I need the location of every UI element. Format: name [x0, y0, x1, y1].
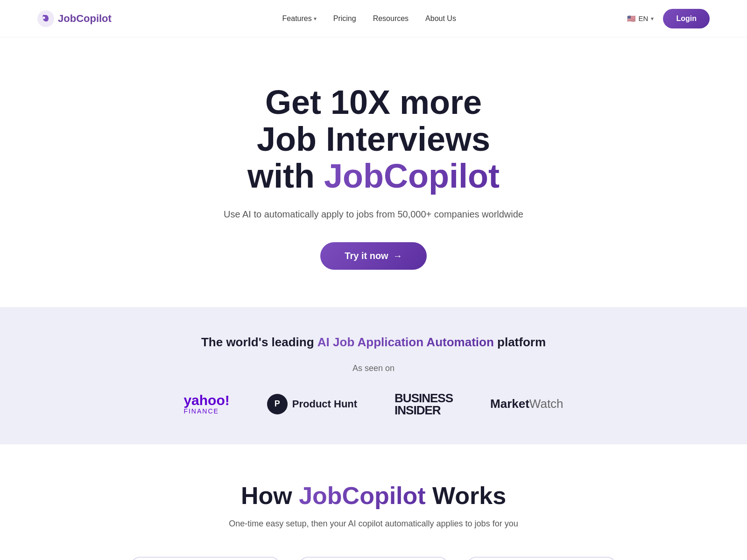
step-card-1: 1 — [131, 557, 280, 560]
world-leading-text: The world's leading AI Job Application A… — [37, 335, 710, 350]
try-it-now-button[interactable]: Try it now → — [320, 242, 426, 270]
language-selector[interactable]: 🇺🇸 EN ▾ — [627, 14, 654, 23]
logo-icon — [37, 10, 54, 27]
market-text: Market — [490, 397, 529, 411]
language-label: EN — [639, 14, 648, 22]
nav-item-pricing[interactable]: Pricing — [333, 14, 356, 23]
hero-headline: Get 10X more Job Interviews with JobCopi… — [37, 84, 710, 195]
nav-label-pricing: Pricing — [333, 14, 356, 23]
ph-letter: P — [275, 399, 280, 409]
nav-item-about[interactable]: About Us — [425, 14, 456, 23]
hero-brand-job: Job — [324, 157, 384, 195]
world-leading-suffix: platform — [494, 335, 546, 349]
lang-chevron-icon: ▾ — [651, 15, 654, 22]
business-text: BUSINESS — [395, 392, 453, 404]
how-works-section: How JobCopilot Works One-time easy setup… — [0, 444, 747, 560]
how-works-prefix: How — [241, 482, 299, 509]
yahoo-text: yahoo! — [183, 393, 229, 407]
nav-links: Features ▾ Pricing Resources About Us — [282, 14, 456, 23]
watch-text: Watch — [529, 397, 564, 411]
hero-section: Get 10X more Job Interviews with JobCopi… — [0, 37, 747, 307]
finance-text: finance — [183, 407, 218, 415]
how-works-brand-copilot: Copilot — [342, 482, 426, 509]
market-watch-logo: MarketWatch — [490, 397, 564, 411]
insider-text: INSIDER — [395, 404, 440, 416]
hero-subtitle: Use AI to automatically apply to jobs fr… — [37, 209, 710, 220]
step-card-3: 3 — [467, 557, 616, 560]
arrow-icon: → — [393, 251, 402, 261]
product-hunt-logo: P Product Hunt — [267, 394, 357, 414]
product-hunt-text: Product Hunt — [292, 398, 357, 410]
steps-container: 1 2 3 — [37, 557, 710, 560]
nav-link-resources[interactable]: Resources — [373, 14, 409, 23]
how-works-suffix: Works — [426, 482, 506, 509]
hero-headline-line1: Get 10X more — [265, 84, 482, 121]
cta-label: Try it now — [345, 251, 388, 261]
ph-circle-icon: P — [267, 394, 288, 414]
hero-headline-line3-prefix: with — [247, 157, 324, 195]
as-seen-section: The world's leading AI Job Application A… — [0, 307, 747, 444]
how-works-heading: How JobCopilot Works — [37, 482, 710, 510]
svg-point-1 — [43, 16, 45, 19]
logo[interactable]: JobCopilot — [37, 10, 112, 27]
logo-text: JobCopilot — [58, 13, 112, 25]
login-button[interactable]: Login — [663, 9, 710, 28]
nav-item-features[interactable]: Features ▾ — [282, 14, 317, 23]
hero-brand-copilot: Copilot — [384, 157, 500, 195]
nav-label-resources: Resources — [373, 14, 409, 23]
nav-label-features: Features — [282, 14, 312, 23]
business-insider-logo: BUSINESS INSIDER — [395, 392, 453, 416]
as-seen-label: As seen on — [37, 364, 710, 373]
navbar: JobCopilot Features ▾ Pricing Resources … — [0, 0, 747, 37]
logo-text-brand: Copilot — [76, 13, 112, 24]
world-leading-highlight: AI Job Application Automation — [317, 335, 494, 349]
flag-icon: 🇺🇸 — [627, 14, 636, 23]
world-leading-prefix: The world's leading — [201, 335, 317, 349]
nav-right: 🇺🇸 EN ▾ Login — [627, 9, 710, 28]
how-works-subtitle: One-time easy setup, then your AI copilo… — [37, 519, 710, 529]
nav-link-pricing[interactable]: Pricing — [333, 14, 356, 23]
logo-text-normal: Job — [58, 13, 76, 24]
step-card-2: 2 — [299, 557, 448, 560]
nav-link-about[interactable]: About Us — [425, 14, 456, 23]
media-logos: yahoo! finance P Product Hunt BUSINESS I… — [37, 392, 710, 416]
nav-label-about: About Us — [425, 14, 456, 23]
chevron-down-icon: ▾ — [314, 15, 317, 22]
yahoo-finance-logo: yahoo! finance — [183, 393, 229, 415]
nav-link-features[interactable]: Features ▾ — [282, 14, 317, 23]
how-works-brand-job: Job — [299, 482, 342, 509]
hero-headline-line2: Job Interviews — [257, 120, 490, 158]
nav-item-resources[interactable]: Resources — [373, 14, 409, 23]
